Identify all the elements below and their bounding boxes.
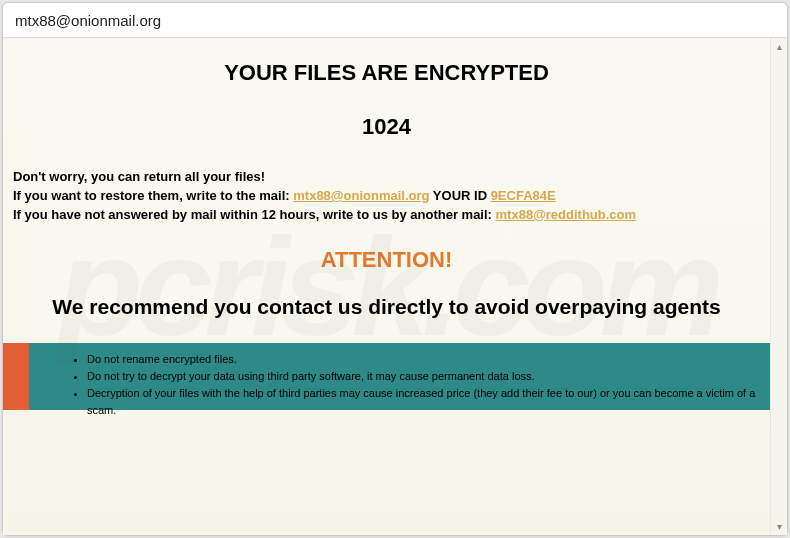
line-dont-worry: Don't worry, you can return all your fil… (13, 168, 760, 187)
warning-item-rename: Do not rename encrypted files. (87, 351, 760, 368)
scroll-up-arrow-icon[interactable]: ▴ (771, 38, 788, 55)
heading-files-encrypted: YOUR FILES ARE ENCRYPTED (3, 60, 770, 86)
titlebar[interactable]: mtx88@onionmail.org (3, 3, 787, 38)
line-restore: If you want to restore them, write to th… (13, 187, 760, 206)
line-alt-prefix: If you have not answered by mail within … (13, 207, 496, 222)
line-restore-prefix: If you want to restore them, write to th… (13, 188, 293, 203)
email-secondary: mtx88@reddithub.com (496, 207, 637, 222)
email-primary: mtx88@onionmail.org (293, 188, 429, 203)
vertical-scrollbar[interactable]: ▴ ▾ (770, 38, 787, 535)
heading-attention: ATTENTION! (3, 247, 770, 273)
warning-accent-bar (3, 343, 29, 410)
warning-list: Do not rename encrypted files. Do not tr… (73, 351, 760, 419)
warning-item-decrypt: Do not try to decrypt your data using th… (87, 368, 760, 385)
line-alt-mail: If you have not answered by mail within … (13, 206, 760, 225)
instructions-block: Don't worry, you can return all your fil… (3, 168, 770, 225)
content-wrapper: YOUR FILES ARE ENCRYPTED 1024 Don't worr… (3, 38, 787, 535)
heading-recommend: We recommend you contact us directly to … (3, 295, 770, 319)
app-window: mtx88@onionmail.org YOUR FILES ARE ENCRY… (2, 2, 788, 536)
warning-box: Do not rename encrypted files. Do not tr… (3, 343, 770, 410)
heading-number: 1024 (3, 114, 770, 140)
scroll-down-arrow-icon[interactable]: ▾ (771, 518, 788, 535)
line-restore-mid: YOUR ID (429, 188, 490, 203)
ransom-note-content: YOUR FILES ARE ENCRYPTED 1024 Don't worr… (3, 38, 770, 535)
warning-body: Do not rename encrypted files. Do not tr… (29, 343, 770, 410)
window-title: mtx88@onionmail.org (15, 12, 161, 29)
your-id-value: 9ECFA84E (491, 188, 556, 203)
warning-item-thirdparty: Decryption of your files with the help o… (87, 385, 760, 419)
